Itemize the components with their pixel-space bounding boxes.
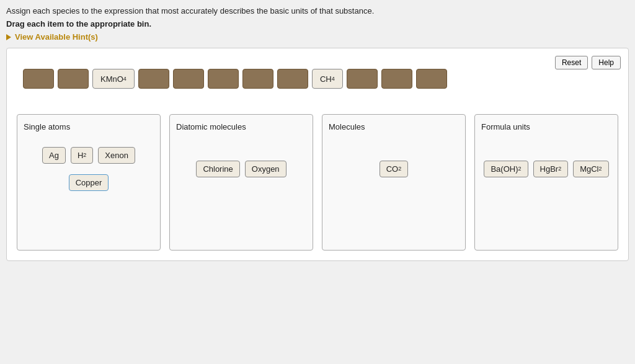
top-buttons: Reset Help — [555, 56, 621, 69]
bin-title-formula-units: Formula units — [481, 122, 611, 131]
bin-item[interactable]: HgBr2 — [533, 161, 569, 177]
bin-formula-units: Formula unitsBa(OH)2HgBr2MgCl2 — [474, 114, 618, 251]
drag-item-blank6[interactable] — [242, 69, 273, 89]
drag-item-blank3[interactable] — [138, 69, 169, 89]
bin-items-single-atoms: AgH2XenonCopper — [24, 144, 154, 193]
drag-item-blank2[interactable] — [58, 69, 89, 89]
bin-items-molecules: CO2 — [329, 144, 459, 193]
bin-item[interactable]: Ag — [42, 147, 66, 164]
drag-instruction: Drag each item to the appropriate bin. — [6, 19, 629, 29]
hint-triangle-icon — [6, 34, 11, 40]
bin-item[interactable]: CO2 — [380, 161, 409, 177]
bin-title-molecules: Molecules — [329, 122, 459, 131]
bin-item[interactable]: Oxygen — [245, 161, 286, 177]
drag-item-blank10[interactable] — [416, 69, 447, 89]
reset-button[interactable]: Reset — [555, 56, 588, 69]
bin-item[interactable]: Xenon — [98, 147, 135, 164]
bins-row: Single atomsAgH2XenonCopperDiatomic mole… — [17, 114, 618, 251]
drag-item-ch4[interactable]: CH4 — [312, 69, 343, 89]
help-button[interactable]: Help — [592, 56, 621, 69]
bin-title-diatomic-molecules: Diatomic molecules — [176, 122, 306, 131]
bin-item[interactable]: Copper — [69, 174, 109, 191]
drag-area: KMnO4CH4 — [17, 58, 618, 108]
drag-item-blank1[interactable] — [23, 69, 54, 89]
drag-item-blank9[interactable] — [381, 69, 412, 89]
bin-items-diatomic-molecules: ChlorineOxygen — [176, 144, 306, 193]
drag-item-kmno4[interactable]: KMnO4 — [92, 69, 135, 89]
drag-item-blank7[interactable] — [277, 69, 308, 89]
bin-diatomic-molecules: Diatomic moleculesChlorineOxygen — [169, 114, 313, 251]
drag-item-blank5[interactable] — [208, 69, 239, 89]
drag-item-blank4[interactable] — [173, 69, 204, 89]
main-container: Reset Help KMnO4CH4 Single atomsAgH2Xeno… — [6, 48, 629, 261]
bin-single-atoms: Single atomsAgH2XenonCopper — [17, 114, 161, 251]
hint-link[interactable]: View Available Hint(s) — [15, 32, 98, 42]
bin-item[interactable]: H2 — [71, 147, 93, 164]
instructions-line1: Assign each species to the expression th… — [6, 6, 629, 16]
bin-item[interactable]: MgCl2 — [573, 161, 608, 177]
bin-item[interactable]: Chlorine — [196, 161, 239, 177]
bin-item[interactable]: Ba(OH)2 — [484, 161, 528, 177]
bin-title-single-atoms: Single atoms — [24, 122, 154, 131]
drag-item-blank8[interactable] — [347, 69, 378, 89]
bin-items-formula-units: Ba(OH)2HgBr2MgCl2 — [481, 144, 611, 193]
bin-molecules: MoleculesCO2 — [322, 114, 466, 251]
